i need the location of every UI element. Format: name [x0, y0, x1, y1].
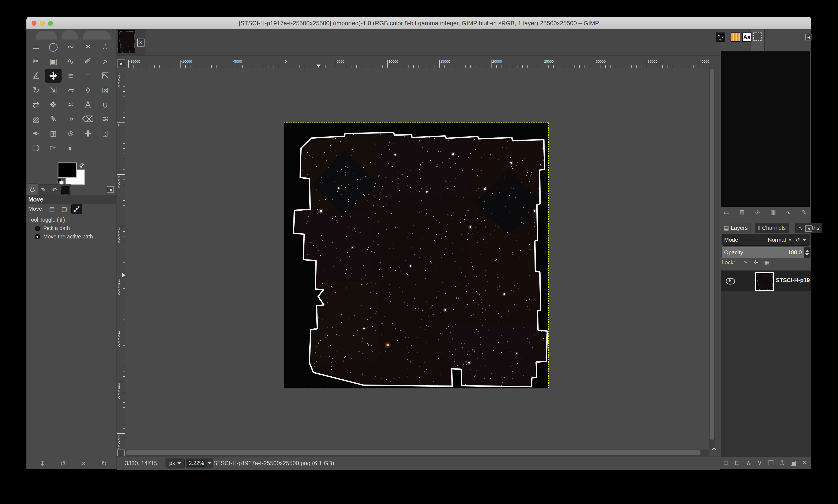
move-selection-button[interactable]: ▢ [59, 204, 70, 214]
tool-blur-sharpen[interactable]: ❍ [28, 141, 44, 155]
horizontal-ruler[interactable]: -15000-10000-500005000100001500020000250… [125, 59, 709, 68]
tab-patterns-icon[interactable] [731, 33, 740, 42]
tool-3d-transform[interactable]: ⊠ [97, 84, 113, 97]
zoom-dropdown[interactable]: 2.22% [186, 458, 213, 468]
merge-mask-icon[interactable]: ▣ [788, 458, 798, 467]
tool-heal-tool[interactable]: ✚ [80, 127, 96, 141]
duplicate-layer-icon[interactable]: ❐ [766, 458, 776, 467]
tool-free-select[interactable]: ∾ [63, 40, 79, 54]
swap-colors-icon[interactable]: ⇄ [77, 161, 86, 169]
tool-measure-tool[interactable]: ∡ [28, 69, 44, 83]
collapse-dock-icon[interactable]: ◀ [805, 225, 812, 232]
tool-handle-transform[interactable]: ❖ [45, 98, 61, 111]
tab-fonts-icon[interactable]: Aa [742, 33, 751, 42]
layer-name[interactable]: STSCI-H-p1917a- [776, 277, 810, 284]
tool-scale-tool[interactable]: ⇲ [45, 84, 61, 97]
layer-thumbnail[interactable] [755, 272, 774, 291]
vertical-ruler[interactable]: -5000050001000015000200002500030000 [117, 68, 126, 449]
restore-preset-icon[interactable]: ↺ [58, 460, 68, 467]
canvas-menu-icon[interactable]: ▶ [118, 59, 125, 68]
tool-bucket-fill[interactable]: ∪ [97, 98, 113, 111]
tool-warp-transform[interactable]: ≈ [63, 98, 79, 111]
tool-flip-tool[interactable]: ⇄ [28, 98, 44, 111]
reset-tool-icon[interactable]: ↻ [100, 460, 109, 467]
lower-layer-icon[interactable]: ∨ [755, 458, 765, 467]
save-preset-icon[interactable]: ↧ [38, 460, 47, 467]
lock-position-icon[interactable]: ✛ [753, 259, 758, 266]
tool-ellipse-select[interactable]: ◯ [45, 40, 61, 54]
default-colors-icon[interactable] [57, 179, 64, 185]
tool-perspective-clone[interactable]: ⍠ [97, 127, 113, 141]
radio-icon[interactable] [35, 226, 40, 231]
stroke-selection-icon[interactable]: ✎ [799, 209, 808, 217]
image-tab-thumbnail[interactable] [118, 30, 135, 53]
tab-brushes-icon[interactable] [716, 33, 725, 42]
save-to-channel-icon[interactable]: ▥ [768, 209, 778, 217]
tool-color-picker[interactable]: ✐ [80, 54, 96, 68]
spin-up-icon[interactable] [805, 250, 809, 252]
selection-editor-preview[interactable] [721, 51, 810, 207]
new-layer-icon[interactable]: ⊞ [721, 458, 731, 467]
horizontal-scrollbar[interactable] [125, 450, 709, 456]
tab-image-thumbnail[interactable] [60, 184, 71, 195]
tab-layers[interactable]: ▤Layers [720, 223, 751, 233]
tool-paths-tool[interactable]: ∿ [63, 54, 79, 68]
tool-select-by-color[interactable]: ∴ [97, 40, 113, 54]
tool-smudge-tool[interactable]: ☞ [45, 141, 61, 155]
scrollbar-thumb[interactable] [710, 69, 714, 440]
tool-eraser-tool[interactable]: ⌫ [80, 112, 96, 126]
selection-to-path-icon[interactable]: ∿ [784, 209, 793, 217]
tool-crop-tool[interactable]: ⌗ [80, 69, 96, 83]
spin-down-icon[interactable] [805, 253, 809, 255]
layer-visible-eye-icon[interactable] [726, 278, 735, 285]
foreground-color-swatch[interactable] [57, 162, 77, 178]
layer-list[interactable]: STSCI-H-p1917a- [720, 270, 811, 457]
select-none-icon[interactable]: ⊠ [737, 209, 747, 217]
radio-move-active-path[interactable]: Move the active path [35, 234, 93, 240]
tool-mypaint-brush[interactable]: ⊞ [45, 127, 61, 141]
mode-switch-button[interactable]: ↺ [791, 234, 810, 246]
quick-mask-toggle-icon[interactable] [118, 450, 125, 456]
tool-move-tool[interactable] [45, 69, 61, 83]
lock-pixels-icon[interactable]: ✑ [743, 259, 747, 266]
radio-icon[interactable] [35, 234, 40, 239]
tool-shear-tool[interactable]: ▱ [63, 84, 79, 97]
tool-text-tool[interactable]: A [80, 98, 96, 111]
lock-alpha-icon[interactable]: ▦ [764, 259, 769, 266]
selection-editor-icon[interactable] [753, 33, 762, 41]
tab-tool-options[interactable]: ⛭ [27, 183, 38, 195]
unit-dropdown[interactable]: px [165, 458, 185, 468]
collapse-dock-icon[interactable]: ◀ [805, 34, 812, 40]
dock-splitter-handle[interactable]: · · · [720, 220, 812, 222]
opacity-slider[interactable]: Opacity 100.0 [721, 247, 804, 258]
close-image-icon[interactable]: ✕ [137, 39, 144, 47]
tool-gradient-tool[interactable]: ▨ [28, 112, 44, 126]
move-layer-button[interactable]: ▤ [47, 204, 57, 214]
tool-rectangle-select[interactable]: ▭ [28, 40, 44, 54]
radio-pick-a-path[interactable]: Pick a path [35, 225, 70, 231]
tool-perspective-tool[interactable]: ◊ [80, 84, 96, 97]
tool-align-tool[interactable]: ≡ [63, 69, 79, 83]
select-all-icon[interactable]: ▭ [722, 209, 731, 217]
tab-device-status[interactable]: ✎ [38, 184, 49, 195]
delete-layer-icon[interactable]: ✕ [800, 458, 809, 467]
tool-rotate-tool[interactable]: ↻ [28, 84, 44, 97]
mode-dropdown[interactable]: Mode Normal [721, 234, 795, 246]
tool-ink-tool[interactable]: ✒ [28, 127, 44, 141]
tool-pencil-tool[interactable]: ✎ [45, 112, 61, 126]
tool-airbrush-tool[interactable]: ≋ [97, 112, 113, 126]
anchor-layer-icon[interactable]: ⚓ [777, 458, 787, 467]
raise-layer-icon[interactable]: ∧ [744, 458, 753, 467]
tab-undo-history[interactable]: ↶ [49, 184, 60, 195]
canvas-viewport[interactable] [125, 68, 709, 449]
new-group-icon[interactable]: ⊟ [732, 458, 742, 467]
tool-unified-transform[interactable]: ⇱ [97, 69, 113, 83]
navigation-icon[interactable]: ⌃ [709, 448, 719, 456]
move-path-button[interactable] [71, 204, 82, 214]
collapse-dock-icon[interactable]: ◀ [107, 186, 114, 193]
tool-zoom-tool[interactable]: ⌕ [97, 54, 113, 68]
opacity-spinner[interactable] [804, 247, 810, 258]
tool-dodge-burn[interactable]: ◐ [63, 141, 79, 155]
vertical-scrollbar[interactable] [709, 68, 715, 449]
delete-preset-icon[interactable]: ✕ [79, 460, 88, 467]
